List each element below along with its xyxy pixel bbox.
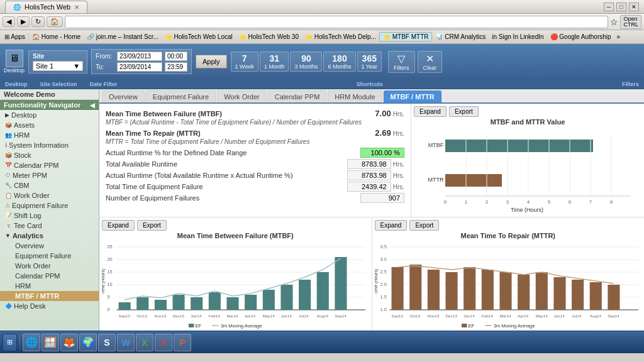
shortcut-3month[interactable]: 90 3 Months [290, 52, 322, 72]
sidebar-item-analytics[interactable]: ▼ Analytics [0, 231, 99, 241]
sidebar-item-assets[interactable]: 📦 Assets [0, 120, 99, 130]
expand-button-top[interactable]: Expand [414, 106, 447, 117]
from-time-input[interactable] [165, 52, 187, 61]
export-button-mttr[interactable]: Export [409, 220, 439, 231]
holistech-delp-bookmark[interactable]: ⭐ HolisTech Web Delp... [302, 33, 379, 41]
svg-text:4: 4 [527, 199, 530, 205]
sidebar-item-meter-ppm[interactable]: ⏱ Meter PPM [0, 170, 99, 180]
export-button-mtbf[interactable]: Export [137, 220, 167, 231]
tab-equipment-failure[interactable]: Equipment Failure [146, 90, 216, 102]
sidebar-item-cal-ppm[interactable]: Calendar PPM [0, 271, 99, 281]
expand-button-mtbf[interactable]: Expand [102, 220, 135, 231]
taskbar-access[interactable]: A [155, 334, 172, 351]
svg-rect-44 [263, 290, 275, 310]
sidebar-item-helpdesk[interactable]: 🔷 Help Desk [0, 301, 99, 311]
apps-bookmark[interactable]: ⊞ Apps [1, 33, 29, 41]
shortcut-1week[interactable]: 7 1 Week [231, 52, 258, 72]
section-filters: Filters [622, 81, 639, 87]
tab-calendar-ppm[interactable]: Calendar PPM [268, 90, 327, 102]
forward-btn[interactable]: ▶ [17, 16, 30, 27]
site-dropdown[interactable]: Site 1 ▼ [33, 61, 83, 71]
svg-text:0: 0 [107, 307, 109, 312]
from-label: From: [96, 53, 114, 60]
taskbar-windows[interactable]: 🪟 [42, 334, 59, 351]
shortcut-6month[interactable]: 180 6 Months [323, 52, 355, 72]
svg-text:Feb14: Feb14 [209, 314, 221, 318]
apply-button[interactable]: Apply [196, 55, 227, 69]
sidebar-item-hrm2[interactable]: HRM [0, 281, 99, 291]
clear-button[interactable]: ✕ Clear [418, 51, 443, 73]
nav-collapse-icon[interactable]: ◀ [90, 102, 95, 109]
svg-text:Feb14: Feb14 [481, 314, 493, 318]
taskbar-firefox[interactable]: 🦊 [60, 334, 78, 351]
taskbar-word[interactable]: W [117, 334, 135, 351]
taskbar-ie[interactable]: 🌐 [23, 334, 40, 351]
browser-tab[interactable]: 🌐 HolisTech Web ✕ [5, 1, 87, 13]
to-date-input[interactable] [117, 62, 162, 72]
sidebar-item-overview[interactable]: Overview [0, 241, 99, 251]
sidebar-item-sysinfo[interactable]: ℹ System Information [0, 140, 99, 150]
sidebar-item-stock[interactable]: 📦 Stock [0, 150, 99, 160]
sidebar-item-equipment-failure[interactable]: ⚠ Equipment Failure [0, 200, 99, 211]
svg-text:Aug14: Aug14 [589, 314, 601, 318]
tab-mtbf-mttr[interactable]: MTBF / MTTR [384, 90, 441, 102]
site-panel: Site Site 1 ▼ [28, 50, 87, 74]
sidebar-item-cbm[interactable]: 🔧 CBM [0, 180, 99, 190]
window-controls[interactable]: ─ □ ✕ [604, 3, 639, 11]
nav-header-label: Functionality Navigator [4, 101, 80, 109]
taskbar-excel[interactable]: X [136, 334, 153, 351]
to-time-input[interactable] [165, 62, 187, 72]
sidebar-item-hrm[interactable]: 👥 HRM [0, 130, 99, 140]
taskbar-chrome[interactable]: 🌍 [79, 334, 97, 351]
address-bar[interactable]: 192.168.1.65:90/PresentationLayer/Analyt… [65, 16, 608, 28]
desktop-icon[interactable]: 🖥 [6, 50, 23, 67]
maximize-btn[interactable]: □ [616, 3, 626, 11]
sidebar-item-mtbf[interactable]: MTBF / MTTR [0, 291, 99, 301]
sidebar-item-calendar-ppm[interactable]: 📅 Calendar PPM [0, 160, 99, 170]
tab-work-order[interactable]: Work Order [217, 90, 267, 102]
minimize-btn[interactable]: ─ [604, 3, 614, 11]
home-bookmark[interactable]: 🏠 Home - Home [29, 33, 84, 41]
svg-rect-84 [481, 270, 493, 310]
sidebar-item-desktop[interactable]: ▶ Desktop [0, 110, 99, 120]
mtbf-bookmark[interactable]: ⭐ MTBF MTTR [379, 32, 433, 41]
right-chart-title: MTBF and MTTR Value [414, 118, 641, 126]
export-button-top[interactable]: Export [449, 106, 479, 117]
close-btn[interactable]: ✕ [629, 3, 639, 11]
sidebar-item-wo[interactable]: Work Order [0, 261, 99, 271]
svg-text:2: 2 [486, 199, 489, 205]
more-bookmarks[interactable]: » [614, 33, 623, 41]
holistech-30-bookmark[interactable]: ⭐ HolisTech Web 30 [236, 33, 302, 41]
expand-button-mttr[interactable]: Expand [375, 220, 408, 231]
back-btn[interactable]: ◀ [3, 16, 15, 27]
svg-text:0: 0 [444, 199, 447, 205]
sidebar-item-shift-log[interactable]: 📝 Shift Log [0, 211, 99, 221]
taskbar-powerpoint[interactable]: P [174, 334, 191, 351]
right-panel: Overview Equipment Failure Work Order Ca… [99, 89, 644, 331]
metrics-panel: Mean Time Between Failure (MTBF) 7.00 Hr… [99, 104, 411, 217]
sidebar-item-workorder[interactable]: 📋 Work Order [0, 190, 99, 200]
filters-button[interactable]: ▽ Filters [388, 51, 415, 73]
metric-val-5: 907 [360, 193, 404, 203]
google-authorship-bookmark[interactable]: 🔴 Google Authorship [547, 33, 614, 41]
shortcut-1year[interactable]: 365 1 Year [357, 52, 382, 72]
refresh-btn[interactable]: ↻ [31, 16, 45, 27]
star-btn[interactable]: ☆ [610, 17, 618, 27]
crm-bookmark[interactable]: 📊 CRM Analytics [432, 33, 489, 41]
taskbar-skype[interactable]: S [98, 334, 116, 351]
shortcut-1month[interactable]: 31 1 Month [260, 52, 289, 72]
tab-close-icon[interactable]: ✕ [74, 4, 79, 11]
sidebar-item-tee-card[interactable]: 🃏 Tee Card [0, 221, 99, 231]
mtbf-value: 7.00 [375, 109, 391, 118]
from-date-input[interactable] [117, 52, 162, 61]
linkedin-bookmark[interactable]: in Sign In LinkedIn [489, 33, 547, 41]
home-btn[interactable]: 🏠 [47, 16, 63, 27]
start-button[interactable]: ⊞ [3, 334, 17, 351]
tab-hrm[interactable]: HRM Module [328, 90, 382, 102]
holistech-local-bookmark[interactable]: ⭐ HolisTech Web Local [162, 33, 236, 41]
sidebar-item-equip-fail[interactable]: Equipment Failure [0, 251, 99, 261]
joinme-bookmark[interactable]: 🔗 join.me – Instant Scr... [84, 33, 162, 41]
tab-row: Overview Equipment Failure Work Order Ca… [99, 89, 644, 104]
tab-overview[interactable]: Overview [102, 90, 145, 102]
svg-text:Apr14: Apr14 [245, 314, 256, 318]
